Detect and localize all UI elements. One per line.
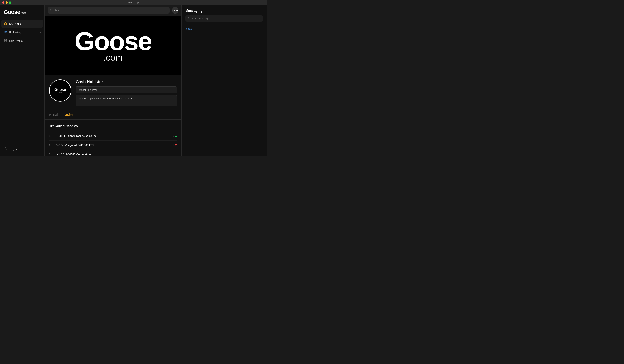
svg-line-4 <box>52 11 52 11</box>
profile-info: Cash Hollister @cash_hollister Github : … <box>76 79 177 106</box>
logout-icon <box>4 147 8 151</box>
profile-avatar: Goose .com <box>49 79 71 102</box>
chevron-right-icon: › <box>40 31 41 33</box>
following-label: Following <box>9 31 21 34</box>
minimize-button[interactable] <box>5 1 8 4</box>
logout-label: Logout <box>10 148 18 151</box>
hero-goose-text: Goose <box>75 28 152 54</box>
logo-main-text: Goose <box>4 9 20 15</box>
sidebar-bottom: Logout <box>0 143 44 156</box>
gear-icon <box>4 39 7 43</box>
message-search[interactable] <box>185 15 263 22</box>
stock-count-1: 1 <box>173 134 174 137</box>
right-panel: Messaging Inbox <box>182 5 267 156</box>
hero-text: Goose .com <box>75 28 152 63</box>
tab-pinned[interactable]: Pinned <box>49 113 58 117</box>
stock-rank-2: 2. <box>49 144 56 147</box>
stock-item-2[interactable]: 2. VOO | Vanguard S&P 500 ETF 1 <box>49 141 177 150</box>
tab-trending[interactable]: Trending <box>62 113 73 117</box>
svg-point-3 <box>51 9 52 11</box>
sidebar-item-edit-profile[interactable]: Edit Profile <box>1 37 43 45</box>
search-input[interactable] <box>54 9 167 12</box>
search-bar[interactable] <box>48 7 170 14</box>
logo-com-text: .com <box>20 11 26 14</box>
stock-badge-2: 1 <box>173 144 177 147</box>
trending-section: Trending Stocks 1. PLTR | Palantir Techn… <box>45 120 182 156</box>
stock-item-1[interactable]: 1. PLTR | Palantir Technologies Inc 1 <box>49 131 177 141</box>
search-icon <box>50 9 53 12</box>
arrow-down-icon-2 <box>175 144 177 146</box>
stock-rank-1: 1. <box>49 134 56 137</box>
main-header: Goose <box>45 5 182 16</box>
svg-line-6 <box>190 19 190 19</box>
profile-bio: Github : https://github.com/cashholliste… <box>76 95 177 106</box>
stock-badge-1: 1 <box>173 134 177 137</box>
logout-button[interactable]: Logout <box>4 146 41 153</box>
arrow-up-icon-1 <box>175 135 177 137</box>
stock-name-1: PLTR | Palantir Technologies Inc <box>56 134 173 137</box>
titlebar: goose-app <box>0 0 267 5</box>
sidebar-item-following[interactable]: Following › <box>1 28 43 36</box>
close-button[interactable] <box>2 1 4 4</box>
avatar-inner: Goose .com <box>54 88 66 94</box>
sidebar-logo: Goose.com <box>0 5 44 20</box>
inbox-link[interactable]: Inbox <box>185 27 192 30</box>
stock-count-2: 1 <box>173 144 174 147</box>
home-icon <box>4 22 7 26</box>
svg-point-0 <box>5 31 6 32</box>
people-icon <box>4 30 7 34</box>
message-search-input[interactable] <box>192 17 260 20</box>
window-controls <box>2 1 11 4</box>
avatar-goose-text: Goose <box>54 88 66 92</box>
profile-handle: @cash_hollister <box>76 86 177 94</box>
app-container: Goose.com My Profile <box>0 5 267 156</box>
profile-section: Goose .com Cash Hollister @cash_holliste… <box>45 75 182 111</box>
main-content: Goose Goose .com Goose .com Cash Hollist… <box>44 5 182 156</box>
sidebar: Goose.com My Profile <box>0 5 44 156</box>
my-profile-label: My Profile <box>9 22 22 25</box>
trending-title: Trending Stocks <box>49 124 177 128</box>
message-search-icon <box>188 17 190 20</box>
inbox-tab: Inbox <box>182 25 267 33</box>
sidebar-nav: My Profile Following › <box>0 20 44 143</box>
stock-rank-3: 3. <box>49 153 56 156</box>
svg-point-1 <box>5 40 6 41</box>
messaging-title: Messaging <box>185 9 263 13</box>
stock-item-3[interactable]: 3. NVDA | NVIDIA Corporation <box>49 150 177 156</box>
profile-name: Cash Hollister <box>76 79 177 84</box>
edit-profile-label: Edit Profile <box>9 39 23 42</box>
sidebar-item-my-profile[interactable]: My Profile <box>1 20 43 28</box>
stock-name-2: VOO | Vanguard S&P 500 ETF <box>56 143 173 147</box>
avatar-com-text: .com <box>54 92 66 94</box>
hero-banner: Goose .com <box>45 16 182 75</box>
user-avatar[interactable]: Goose <box>172 7 179 14</box>
svg-point-5 <box>188 17 190 19</box>
stock-name-3: NVDA | NVIDIA Corporation <box>56 153 177 156</box>
maximize-button[interactable] <box>9 1 11 4</box>
window-title: goose-app <box>128 1 139 4</box>
messaging-header: Messaging <box>182 5 267 25</box>
profile-tabs: Pinned Trending <box>45 111 182 120</box>
